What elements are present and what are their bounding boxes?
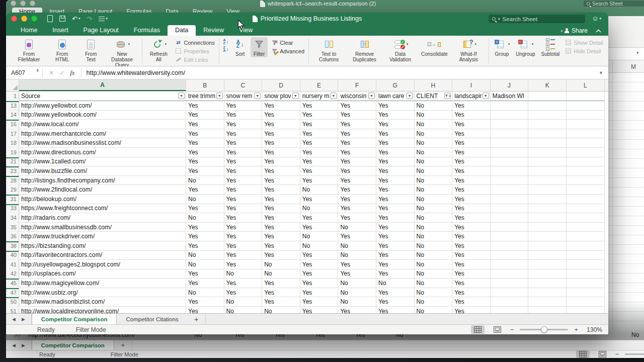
cell-value[interactable]: No — [415, 279, 453, 288]
consolidate-button[interactable]: →Consolidate — [419, 37, 450, 57]
fg-tab-home[interactable]: Home — [13, 25, 45, 36]
from-text-button[interactable]: From Text — [78, 37, 103, 63]
cell-url[interactable]: http://www.merchantcircle.com/ — [19, 129, 186, 139]
ungroup-button[interactable]: −▾Ungroup — [514, 37, 537, 57]
cell-value[interactable]: Yes — [338, 307, 376, 313]
cell-empty[interactable] — [528, 176, 567, 186]
cell-value[interactable]: Yes — [376, 269, 415, 279]
row-header-50[interactable]: 50 — [6, 297, 19, 307]
feedback-smiley-button[interactable]: ☺▾ — [592, 15, 601, 22]
cell-value[interactable]: Yes — [224, 195, 263, 204]
cell-value[interactable]: No — [415, 101, 453, 111]
cell-empty[interactable] — [491, 120, 529, 129]
add-sheet-button[interactable]: + — [188, 314, 206, 324]
cell-empty[interactable] — [491, 269, 529, 279]
cell-value[interactable]: Yes — [186, 129, 224, 139]
cell-value[interactable]: No — [415, 223, 453, 232]
cell-value[interactable]: Yes — [262, 288, 300, 298]
cell-value[interactable]: Yes — [300, 101, 339, 111]
cell-value[interactable]: Yes — [224, 101, 263, 111]
cell-empty[interactable] — [491, 279, 529, 288]
cell-value[interactable]: Yes — [376, 251, 415, 260]
cell-url[interactable]: http://www.local.com/ — [19, 120, 186, 129]
fg-tab-formulas[interactable]: Formulas — [126, 25, 168, 36]
cell-value[interactable]: Yes — [452, 185, 491, 195]
cell-empty[interactable] — [528, 101, 567, 111]
clear-button[interactable]: ✕Clear — [271, 39, 304, 46]
cell-value[interactable]: Yes — [262, 213, 300, 223]
cell-value[interactable]: No — [300, 204, 339, 214]
cell-value[interactable]: Yes — [452, 232, 491, 241]
cell-value[interactable]: Yes — [338, 232, 376, 241]
close-button[interactable] — [11, 16, 17, 22]
cell-value[interactable]: Yes — [186, 148, 224, 157]
cell-value[interactable]: Yes — [224, 279, 263, 288]
cell-empty[interactable] — [528, 269, 567, 279]
sort-button[interactable]: AZ↓Sort — [231, 37, 249, 57]
bg-prev-sheet-icon[interactable]: ◀ — [12, 343, 16, 348]
row-header-18[interactable]: 18 — [6, 138, 19, 148]
cell-value[interactable]: Yes — [300, 288, 339, 298]
cell-value[interactable]: No — [186, 251, 224, 260]
bg-next-sheet-icon[interactable]: ▶ — [22, 343, 25, 348]
cell-value[interactable]: Yes — [300, 176, 339, 186]
cell-value[interactable]: Yes — [300, 157, 339, 167]
fg-tab-insert[interactable]: Insert — [45, 25, 75, 36]
cell-url[interactable]: https://www.freightconnect.com/ — [19, 204, 186, 214]
connections-button[interactable]: ⇄Connections — [175, 39, 215, 46]
save-button[interactable] — [59, 16, 65, 22]
cell-empty[interactable] — [567, 213, 605, 223]
cell-value[interactable]: No — [415, 241, 453, 251]
cell-value[interactable]: Yes — [376, 307, 415, 313]
cell-value[interactable]: Yes — [300, 279, 339, 288]
zoom-slider[interactable] — [520, 329, 568, 330]
cell-url[interactable]: http://usplaces.com/ — [19, 269, 186, 279]
cell-value[interactable]: Yes — [452, 101, 491, 111]
cell-empty[interactable] — [528, 111, 567, 120]
sheet-tab-competitor-citations[interactable]: Competitor Citations — [117, 314, 187, 324]
cell-value[interactable]: Yes — [376, 157, 415, 167]
cell-value[interactable]: Yes — [452, 241, 491, 251]
cell-value[interactable]: Yes — [452, 251, 491, 260]
cell-value[interactable]: Yes — [262, 297, 300, 307]
filter-button[interactable]: Filter — [251, 37, 268, 57]
cell-value[interactable]: No — [415, 148, 453, 157]
data-validation-button[interactable]: ✓▾Data Validation — [383, 37, 417, 63]
cell-value[interactable]: No — [262, 260, 300, 269]
cell-value[interactable]: Yes — [376, 260, 415, 269]
cell-value[interactable]: Yes — [262, 185, 300, 195]
cell-value[interactable]: Yes — [338, 195, 376, 204]
new-database-query-button[interactable]: ▾New Database Query — [105, 37, 139, 69]
column-header-e[interactable]: E — [300, 79, 339, 91]
cell-value[interactable]: Yes — [376, 120, 415, 129]
cell-value[interactable]: Yes — [338, 176, 376, 186]
cell-empty[interactable] — [491, 148, 529, 157]
cell-value[interactable]: No — [415, 157, 453, 167]
cell-empty[interactable] — [567, 101, 605, 111]
cell-value[interactable]: Yes — [262, 138, 300, 148]
cell-value[interactable]: Yes — [338, 213, 376, 223]
cell-value[interactable]: No — [338, 279, 376, 288]
cell-empty[interactable] — [567, 260, 605, 269]
cell-value[interactable]: Yes — [224, 185, 263, 195]
cell-value[interactable]: Yes — [262, 251, 300, 260]
cell-empty[interactable] — [491, 166, 529, 176]
cell-value[interactable]: Yes — [224, 129, 263, 139]
cell-url[interactable]: http://usyellowpages2.blogspot.com/ — [19, 260, 186, 269]
cell-value[interactable]: No — [415, 185, 453, 195]
column-header-i[interactable]: I — [452, 79, 491, 91]
cell-empty[interactable] — [567, 166, 605, 176]
row-header-31[interactable]: 31 — [6, 195, 19, 204]
collapse-ribbon-icon[interactable] — [596, 29, 601, 33]
name-box[interactable]: A607 ▲▼ — [6, 66, 42, 79]
zoom-out-button[interactable]: − — [510, 326, 514, 333]
cell-value[interactable]: No — [415, 269, 453, 279]
redo-button[interactable]: ↷ — [87, 16, 92, 22]
cell-value[interactable]: No — [415, 111, 453, 120]
cell-value[interactable]: Yes — [186, 241, 224, 251]
cell-empty[interactable] — [567, 157, 605, 167]
zoom-slider-knob[interactable] — [541, 326, 547, 333]
cell-empty[interactable] — [528, 204, 567, 214]
cell-value[interactable]: Yes — [452, 148, 491, 157]
cell-value[interactable]: No — [224, 297, 263, 307]
